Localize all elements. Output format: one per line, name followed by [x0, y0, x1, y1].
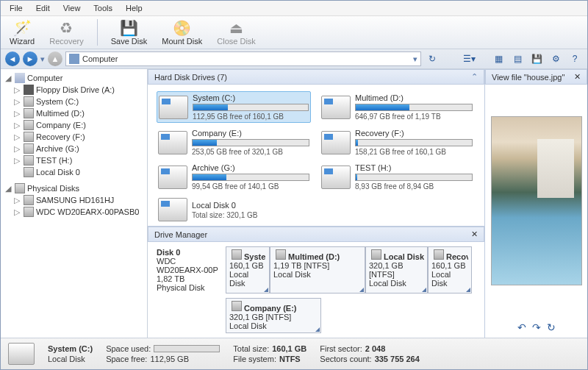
- drive-free: 253,05 GB free of 320,1 GB: [192, 148, 309, 156]
- panel-button-1[interactable]: ▦: [490, 51, 506, 66]
- back-button[interactable]: ◄: [5, 51, 20, 66]
- help-button[interactable]: ?: [567, 51, 583, 66]
- tree-drive-d[interactable]: ▷Multimed (D:): [4, 107, 144, 119]
- save-disk-icon: 💾: [120, 19, 137, 37]
- drive-name: Multimed (D:): [355, 93, 473, 102]
- p-type: Local Disk: [229, 270, 266, 288]
- up-button[interactable]: ▲: [48, 51, 62, 66]
- address-field[interactable]: Computer ▾: [65, 51, 421, 66]
- drive-free: 8,93 GB free of 8,94 GB: [355, 182, 473, 191]
- close-icon[interactable]: ✕: [574, 72, 581, 82]
- address-dropdown-icon[interactable]: ▾: [413, 54, 417, 64]
- p-size: 160,1 GB: [431, 261, 468, 270]
- tree-drive-c[interactable]: ▷System (C:): [4, 96, 144, 107]
- dm-partition-local[interactable]: Local Disk320,1 GB [NTFS]Local Disk: [365, 246, 428, 293]
- preview-actions: ↶ ↷ ↻: [485, 317, 587, 338]
- tree-physical-disks[interactable]: ◢Physical Disks: [4, 182, 144, 194]
- tree-panel: ◢Computer ▷Floppy Disk Drive (A:) ▷Syste…: [1, 69, 148, 338]
- drive-c[interactable]: System (C:)112,95 GB free of 160,1 GB: [157, 91, 311, 123]
- drive-e[interactable]: Company (E:)253,05 GB free of 320,1 GB: [157, 127, 311, 157]
- tree-local-disk-0[interactable]: Local Disk 0: [4, 166, 144, 178]
- drive-icon: [158, 131, 187, 154]
- preview-image: [491, 116, 582, 285]
- drive-free: 646,97 GB free of 1,19 TB: [355, 113, 473, 121]
- computer-icon: [15, 73, 25, 83]
- drive-icon: [159, 96, 188, 119]
- floppy-icon: [24, 85, 34, 95]
- tree-label: Computer: [27, 74, 62, 82]
- tree-drive-a[interactable]: ▷Floppy Disk Drive (A:): [4, 84, 144, 96]
- drive-icon: [321, 131, 351, 154]
- tree-drive-g[interactable]: ▷Archive (G:): [4, 143, 144, 154]
- drive-local-0[interactable]: Local Disk 0Total size: 320,1 GB: [157, 196, 311, 223]
- status-kind: Local Disk: [48, 355, 85, 363]
- tree-samsung[interactable]: ▷SAMSUNG HD161HJ: [4, 194, 144, 206]
- drive-icon: [24, 132, 34, 142]
- refresh-preview-button[interactable]: ↻: [547, 321, 556, 333]
- dm-partition-system[interactable]: System160,1 GBLocal Disk: [226, 246, 270, 293]
- drives-list: System (C:)112,95 GB free of 160,1 GB Mu…: [148, 85, 484, 226]
- menu-icon[interactable]: [422, 288, 426, 292]
- collapse-icon[interactable]: ⌃: [471, 72, 478, 82]
- drive-name: TEST (H:): [355, 163, 473, 172]
- menu-icon[interactable]: [359, 288, 364, 292]
- status-sect-label: Sectors count:: [320, 355, 371, 363]
- tree-drive-f[interactable]: ▷Recovery (F:): [4, 131, 144, 143]
- drive-icon: [232, 249, 242, 260]
- rotate-right-button[interactable]: ↷: [532, 321, 541, 333]
- main-area: ◢Computer ▷Floppy Disk Drive (A:) ▷Syste…: [1, 69, 587, 338]
- drive-icon: [24, 195, 34, 205]
- menu-icon[interactable]: [315, 327, 320, 332]
- close-icon[interactable]: ✕: [471, 230, 478, 239]
- rotate-left-button[interactable]: ↶: [517, 321, 526, 333]
- p-size: 320,1 GB [NTFS]: [369, 261, 424, 279]
- p-type: Local Disk: [229, 321, 318, 330]
- recovery-icon: ♻: [57, 19, 75, 37]
- settings-button[interactable]: ⚙: [548, 51, 564, 66]
- drive-d[interactable]: Multimed (D:)646,97 GB free of 1,19 TB: [320, 91, 474, 123]
- menu-file[interactable]: File: [4, 2, 29, 14]
- separator: [97, 19, 98, 46]
- history-dropdown[interactable]: ▾: [40, 54, 45, 64]
- preview-header: View file "house.jpg"✕: [485, 69, 587, 85]
- drive-h[interactable]: TEST (H:)8,93 GB free of 8,94 GB: [320, 162, 474, 192]
- drive-f[interactable]: Recovery (F:)158,21 GB free of 160,1 GB: [320, 127, 474, 157]
- tree-drive-h[interactable]: ▷TEST (H:): [4, 154, 144, 166]
- dm-disk-info[interactable]: Disk 0 WDC WD20EARX-00P 1,82 TB Physical…: [152, 246, 226, 293]
- tree-computer[interactable]: ◢Computer: [4, 72, 144, 84]
- dm-partition-recovery[interactable]: Recovery160,1 GBLocal Disk: [428, 246, 472, 293]
- menu-edit[interactable]: Edit: [30, 2, 56, 14]
- tree-label: SAMSUNG HD161HJ: [36, 196, 114, 204]
- tree-label: Local Disk 0: [36, 168, 80, 177]
- mount-disk-button[interactable]: 📀Mount Disk: [157, 18, 207, 47]
- drive-icon: [24, 120, 34, 130]
- drive-icon: [158, 198, 187, 221]
- status-total-label: Total size:: [233, 344, 269, 353]
- dm-partition-company[interactable]: Company (E:)320,1 GB [NTFS]Local Disk: [226, 298, 321, 333]
- drive-g[interactable]: Archive (G:)99,54 GB free of 140,1 GB: [157, 162, 311, 192]
- forward-button[interactable]: ►: [23, 51, 37, 66]
- refresh-button[interactable]: ↻: [424, 51, 440, 66]
- tree-wdc[interactable]: ▷WDC WD20EARX-00PASB0: [4, 206, 144, 218]
- section-hdd-header: Hard Disk Drives (7)⌃: [148, 69, 484, 85]
- status-used-bar: [154, 345, 220, 352]
- view-options-button[interactable]: ☰▾: [461, 51, 477, 66]
- panel-button-2[interactable]: ▤: [509, 51, 526, 66]
- tree-drive-e[interactable]: ▷Company (E:): [4, 119, 144, 131]
- save-button[interactable]: 💾: [528, 51, 545, 66]
- menu-view[interactable]: View: [57, 2, 87, 14]
- save-disk-button[interactable]: 💾Save Disk: [107, 18, 152, 47]
- menu-icon[interactable]: [264, 288, 268, 292]
- drive-icon: [24, 108, 34, 118]
- dm-partition-multimed[interactable]: Multimed (D:)1,19 TB [NTFS]Local Disk: [270, 246, 365, 293]
- dm-disk-size: 1,82 TB: [157, 274, 221, 283]
- p-type: Local Disk: [369, 279, 424, 288]
- tree-label: TEST (H:): [36, 156, 72, 165]
- wizard-button[interactable]: 🪄Wizard: [5, 18, 39, 47]
- drive-icon: [24, 207, 34, 217]
- menu-tools[interactable]: Tools: [87, 2, 118, 14]
- menu-icon[interactable]: [466, 288, 470, 292]
- tree-label: Floppy Disk Drive (A:): [36, 85, 115, 94]
- drive-name: Archive (G:): [192, 163, 309, 172]
- menu-help[interactable]: Help: [120, 2, 148, 14]
